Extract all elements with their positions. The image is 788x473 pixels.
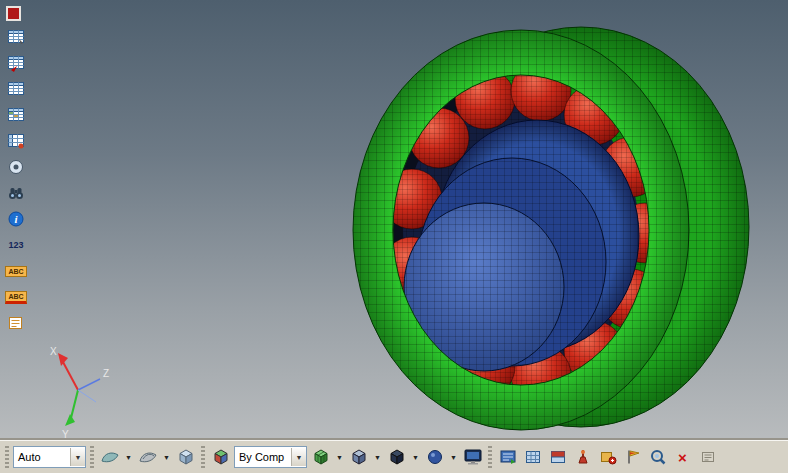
numbers-label: 123 [8, 240, 23, 250]
chevron-down-icon: ▼ [374, 454, 381, 461]
left-toolbar: i 123 ABC ABC [5, 26, 27, 334]
numbers-display-icon[interactable]: 123 [5, 234, 27, 256]
bearing-model-scene [0, 0, 788, 441]
element-color-mode-value: By Comp [235, 451, 291, 463]
reject-icon[interactable]: × [671, 445, 694, 469]
abc-label: ABC [5, 266, 26, 277]
element-representation-icon[interactable] [347, 445, 370, 469]
mesh-shaded-dropdown[interactable]: ▼ [334, 445, 345, 469]
model-table-icon[interactable] [5, 78, 27, 100]
chevron-down-icon: ▼ [75, 454, 82, 461]
abc-label-red: ABC [5, 291, 26, 304]
chevron-down-icon: ▼ [296, 454, 303, 461]
mesh-shaded-cube-icon[interactable] [309, 445, 332, 469]
property-table-icon[interactable] [5, 130, 27, 152]
feature-display-icon[interactable] [385, 445, 408, 469]
info-icon[interactable]: i [5, 208, 27, 230]
spotlight-tower-icon[interactable] [571, 445, 594, 469]
application-window: X Y Z i 123 [0, 0, 788, 473]
chevron-down-icon: ▼ [336, 454, 343, 461]
chevron-down-icon: ▼ [125, 454, 132, 461]
more-tools-icon[interactable] [696, 445, 719, 469]
topology-display-dropdown[interactable]: ▼ [161, 445, 172, 469]
z-axis-label: Z [103, 368, 109, 379]
geometry-cube-icon[interactable] [174, 445, 197, 469]
view-mode-value: Auto [14, 451, 70, 463]
mask-circle-icon[interactable] [5, 156, 27, 178]
shaded-geometry-dropdown[interactable]: ▼ [123, 445, 134, 469]
sphere-display-dropdown[interactable]: ▼ [448, 445, 459, 469]
y-axis-label: Y [62, 429, 69, 440]
view-mode-dropdown-button[interactable]: ▼ [70, 448, 85, 466]
axis-triad: X Y Z [44, 344, 116, 440]
app-icon[interactable] [6, 6, 21, 21]
label-abc-icon[interactable]: ABC [5, 260, 27, 282]
reverse-elements-icon[interactable] [546, 445, 569, 469]
component-table-icon[interactable] [5, 104, 27, 126]
chevron-down-icon: ▼ [450, 454, 457, 461]
mask-elements-icon[interactable] [521, 445, 544, 469]
chevron-down-icon: ▼ [163, 454, 170, 461]
sphere-display-icon[interactable] [423, 445, 446, 469]
graphics-area[interactable]: X Y Z [0, 0, 788, 441]
x-axis-label: X [50, 346, 57, 357]
toolbar-grip[interactable] [201, 446, 205, 468]
find-binoculars-icon[interactable] [5, 182, 27, 204]
element-color-mode-combobox[interactable]: By Comp ▼ [234, 446, 307, 468]
element-color-mode-dropdown-button[interactable]: ▼ [291, 448, 306, 466]
component-color-cube-icon[interactable] [209, 445, 232, 469]
table-edit-icon[interactable] [5, 26, 27, 48]
performance-monitor-icon[interactable] [461, 445, 484, 469]
close-icon: × [678, 450, 687, 465]
element-representation-dropdown[interactable]: ▼ [372, 445, 383, 469]
label-abc-underline-icon[interactable]: ABC [5, 286, 27, 308]
flag-elements-icon[interactable] [621, 445, 644, 469]
query-entities-icon[interactable] [646, 445, 669, 469]
toolbar-grip[interactable] [488, 446, 492, 468]
entity-state-icon[interactable] [496, 445, 519, 469]
shaded-geometry-icon[interactable] [98, 445, 121, 469]
chevron-down-icon: ▼ [412, 454, 419, 461]
display-toolbar: Auto ▼ ▼ ▼ By Comp ▼ [0, 440, 788, 473]
toolbar-grip[interactable] [90, 446, 94, 468]
note-page-icon[interactable] [5, 312, 27, 334]
topology-display-icon[interactable] [136, 445, 159, 469]
unmask-adjacent-icon[interactable] [596, 445, 619, 469]
toolbar-grip[interactable] [5, 446, 9, 468]
view-mode-combobox[interactable]: Auto ▼ [13, 446, 86, 468]
import-table-icon[interactable] [5, 52, 27, 74]
feature-display-dropdown[interactable]: ▼ [410, 445, 421, 469]
